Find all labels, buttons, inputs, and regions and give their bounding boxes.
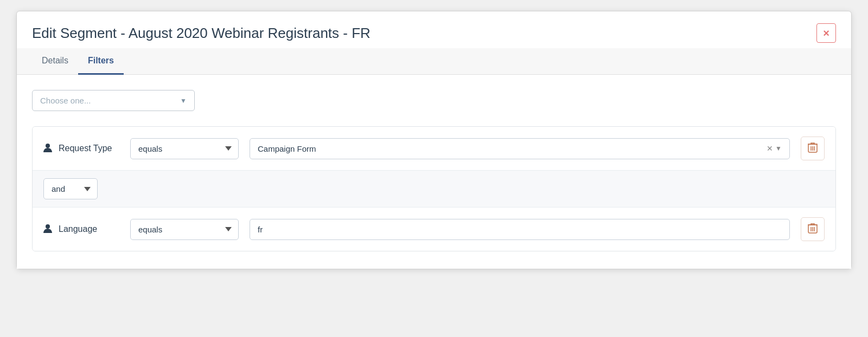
operator-select-language[interactable]: equals does not equal is empty is not em… <box>130 219 239 240</box>
value-input-language[interactable] <box>250 219 790 240</box>
field-label-language: Language <box>43 224 119 235</box>
value-text-request-type: Campaign Form <box>258 144 767 153</box>
delete-button-language[interactable] <box>801 217 825 241</box>
filter-row-request-type: Request Type equals does not equal is em… <box>33 127 835 171</box>
field-name-request-type: Request Type <box>59 144 112 153</box>
chevron-down-icon: ▼ <box>180 97 187 105</box>
operator-select-request-type[interactable]: equals does not equal is empty is not em… <box>130 138 239 159</box>
field-name-language: Language <box>59 224 97 234</box>
filter-row-language: Language equals does not equal is empty … <box>33 208 835 251</box>
choose-one-dropdown[interactable]: Choose one... ▼ <box>32 90 195 111</box>
modal-body: Choose one... ▼ Request Type equals <box>17 75 851 269</box>
modal-title: Edit Segment - August 2020 Webinar Regis… <box>32 25 371 42</box>
trash-icon-language <box>808 223 818 236</box>
connector-row: and or <box>33 171 835 208</box>
clear-icon-request-type[interactable]: ✕ <box>767 144 773 153</box>
tab-filters-label: Filters <box>88 56 114 65</box>
filter-group: Request Type equals does not equal is em… <box>32 126 836 251</box>
close-button[interactable]: × <box>816 23 836 43</box>
edit-segment-modal: Edit Segment - August 2020 Webinar Regis… <box>16 11 852 269</box>
trash-icon-request-type <box>808 142 818 155</box>
svg-point-0 <box>46 144 50 148</box>
tab-bar: Details Filters <box>17 48 851 75</box>
person-icon-language <box>43 224 52 235</box>
chevron-down-icon-value: ▼ <box>775 145 782 152</box>
choose-one-placeholder: Choose one... <box>40 96 91 105</box>
close-icon: × <box>823 28 829 38</box>
tab-details-label: Details <box>42 56 68 65</box>
tab-filters[interactable]: Filters <box>78 48 124 75</box>
delete-button-request-type[interactable] <box>801 137 825 160</box>
field-label-request-type: Request Type <box>43 143 119 154</box>
svg-point-6 <box>46 224 50 229</box>
connector-select[interactable]: and or <box>43 178 98 199</box>
value-select-request-type[interactable]: Campaign Form ✕ ▼ <box>250 138 790 159</box>
tab-details[interactable]: Details <box>32 48 78 75</box>
person-icon-request-type <box>43 143 52 154</box>
modal-header: Edit Segment - August 2020 Webinar Regis… <box>17 11 851 43</box>
